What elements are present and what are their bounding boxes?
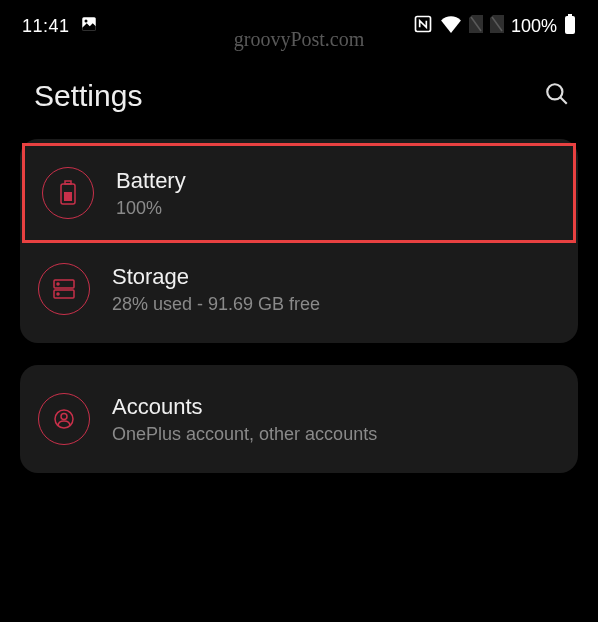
- status-left: 11:41: [22, 15, 98, 38]
- settings-content: Battery 100% Storage 28% used - 91.69 GB…: [0, 139, 598, 473]
- settings-card-2: Accounts OnePlus account, other accounts: [20, 365, 578, 473]
- status-right: 100%: [413, 14, 576, 39]
- settings-row-storage[interactable]: Storage 28% used - 91.69 GB free: [20, 241, 578, 337]
- svg-rect-6: [565, 16, 575, 34]
- svg-point-14: [57, 283, 59, 285]
- svg-point-15: [57, 293, 59, 295]
- battery-icon: [564, 14, 576, 39]
- svg-line-8: [560, 97, 567, 104]
- search-icon[interactable]: [544, 81, 570, 111]
- svg-rect-11: [64, 192, 72, 201]
- battery-title: Battery: [116, 168, 186, 194]
- storage-sub: 28% used - 91.69 GB free: [112, 294, 320, 315]
- wifi-icon: [440, 15, 462, 38]
- settings-header: Settings: [0, 49, 598, 139]
- svg-rect-5: [568, 14, 572, 16]
- accounts-sub: OnePlus account, other accounts: [112, 424, 377, 445]
- page-title: Settings: [34, 79, 142, 113]
- settings-row-accounts[interactable]: Accounts OnePlus account, other accounts: [20, 371, 578, 467]
- accounts-title: Accounts: [112, 394, 377, 420]
- row-text: Battery 100%: [116, 168, 186, 219]
- sim1-icon: [469, 15, 483, 38]
- row-text: Accounts OnePlus account, other accounts: [112, 394, 377, 445]
- nfc-icon: [413, 14, 433, 39]
- storage-icon: [38, 263, 90, 315]
- svg-point-7: [547, 84, 562, 99]
- battery-icon: [42, 167, 94, 219]
- battery-percent: 100%: [511, 16, 557, 37]
- settings-card-1: Battery 100% Storage 28% used - 91.69 GB…: [20, 139, 578, 343]
- status-time: 11:41: [22, 16, 70, 37]
- accounts-icon: [38, 393, 90, 445]
- image-icon: [80, 15, 98, 38]
- row-text: Storage 28% used - 91.69 GB free: [112, 264, 320, 315]
- storage-title: Storage: [112, 264, 320, 290]
- sim2-icon: [490, 15, 504, 38]
- settings-row-battery[interactable]: Battery 100%: [24, 145, 574, 241]
- battery-sub: 100%: [116, 198, 186, 219]
- status-bar: 11:41 100%: [0, 0, 598, 49]
- svg-point-17: [61, 414, 67, 420]
- svg-point-1: [84, 20, 87, 23]
